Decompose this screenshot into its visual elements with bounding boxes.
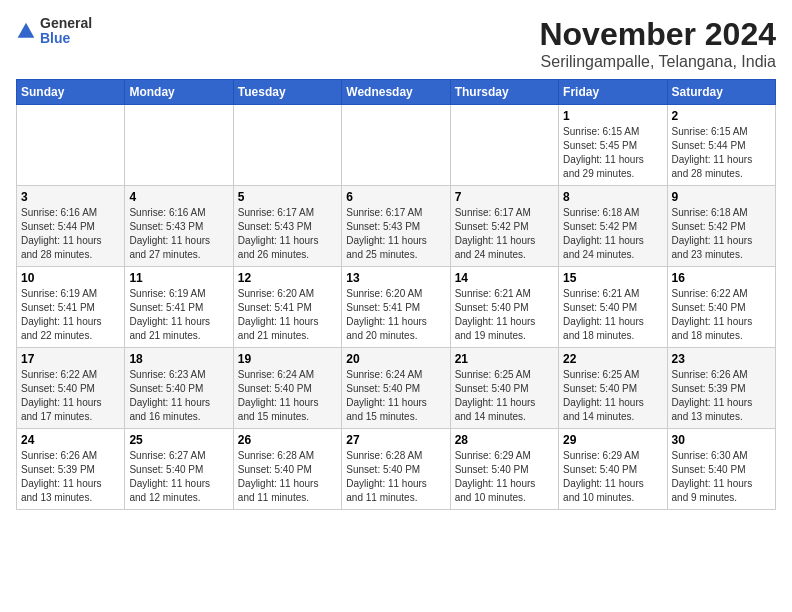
day-number: 25: [129, 433, 228, 447]
day-number: 9: [672, 190, 771, 204]
day-info: Sunrise: 6:25 AM Sunset: 5:40 PM Dayligh…: [563, 368, 662, 424]
calendar-cell: 4Sunrise: 6:16 AM Sunset: 5:43 PM Daylig…: [125, 186, 233, 267]
calendar-cell: [233, 105, 341, 186]
day-number: 19: [238, 352, 337, 366]
calendar-week-5: 24Sunrise: 6:26 AM Sunset: 5:39 PM Dayli…: [17, 429, 776, 510]
calendar-cell: 14Sunrise: 6:21 AM Sunset: 5:40 PM Dayli…: [450, 267, 558, 348]
day-info: Sunrise: 6:15 AM Sunset: 5:45 PM Dayligh…: [563, 125, 662, 181]
day-number: 7: [455, 190, 554, 204]
day-number: 27: [346, 433, 445, 447]
day-number: 14: [455, 271, 554, 285]
day-info: Sunrise: 6:24 AM Sunset: 5:40 PM Dayligh…: [238, 368, 337, 424]
calendar-cell: 2Sunrise: 6:15 AM Sunset: 5:44 PM Daylig…: [667, 105, 775, 186]
day-info: Sunrise: 6:16 AM Sunset: 5:43 PM Dayligh…: [129, 206, 228, 262]
calendar-cell: 25Sunrise: 6:27 AM Sunset: 5:40 PM Dayli…: [125, 429, 233, 510]
calendar-cell: 1Sunrise: 6:15 AM Sunset: 5:45 PM Daylig…: [559, 105, 667, 186]
day-info: Sunrise: 6:26 AM Sunset: 5:39 PM Dayligh…: [672, 368, 771, 424]
calendar-cell: 27Sunrise: 6:28 AM Sunset: 5:40 PM Dayli…: [342, 429, 450, 510]
day-number: 28: [455, 433, 554, 447]
calendar-cell: 30Sunrise: 6:30 AM Sunset: 5:40 PM Dayli…: [667, 429, 775, 510]
day-info: Sunrise: 6:20 AM Sunset: 5:41 PM Dayligh…: [238, 287, 337, 343]
day-info: Sunrise: 6:19 AM Sunset: 5:41 PM Dayligh…: [21, 287, 120, 343]
day-info: Sunrise: 6:20 AM Sunset: 5:41 PM Dayligh…: [346, 287, 445, 343]
calendar-cell: 7Sunrise: 6:17 AM Sunset: 5:42 PM Daylig…: [450, 186, 558, 267]
logo-blue: Blue: [40, 31, 92, 46]
column-header-thursday: Thursday: [450, 80, 558, 105]
day-info: Sunrise: 6:17 AM Sunset: 5:43 PM Dayligh…: [346, 206, 445, 262]
calendar-cell: 6Sunrise: 6:17 AM Sunset: 5:43 PM Daylig…: [342, 186, 450, 267]
day-info: Sunrise: 6:18 AM Sunset: 5:42 PM Dayligh…: [563, 206, 662, 262]
column-header-saturday: Saturday: [667, 80, 775, 105]
day-number: 4: [129, 190, 228, 204]
day-number: 6: [346, 190, 445, 204]
logo-text: General Blue: [40, 16, 92, 47]
day-info: Sunrise: 6:29 AM Sunset: 5:40 PM Dayligh…: [563, 449, 662, 505]
day-number: 8: [563, 190, 662, 204]
day-number: 26: [238, 433, 337, 447]
calendar-cell: 29Sunrise: 6:29 AM Sunset: 5:40 PM Dayli…: [559, 429, 667, 510]
calendar-cell: 17Sunrise: 6:22 AM Sunset: 5:40 PM Dayli…: [17, 348, 125, 429]
day-info: Sunrise: 6:22 AM Sunset: 5:40 PM Dayligh…: [21, 368, 120, 424]
logo: General Blue: [16, 16, 92, 47]
day-info: Sunrise: 6:18 AM Sunset: 5:42 PM Dayligh…: [672, 206, 771, 262]
calendar-cell: 11Sunrise: 6:19 AM Sunset: 5:41 PM Dayli…: [125, 267, 233, 348]
calendar-cell: [450, 105, 558, 186]
calendar-cell: 3Sunrise: 6:16 AM Sunset: 5:44 PM Daylig…: [17, 186, 125, 267]
column-header-wednesday: Wednesday: [342, 80, 450, 105]
day-info: Sunrise: 6:15 AM Sunset: 5:44 PM Dayligh…: [672, 125, 771, 181]
calendar-cell: [125, 105, 233, 186]
day-info: Sunrise: 6:21 AM Sunset: 5:40 PM Dayligh…: [563, 287, 662, 343]
logo-icon: [16, 21, 36, 41]
column-header-tuesday: Tuesday: [233, 80, 341, 105]
day-info: Sunrise: 6:28 AM Sunset: 5:40 PM Dayligh…: [238, 449, 337, 505]
day-number: 15: [563, 271, 662, 285]
day-number: 2: [672, 109, 771, 123]
day-number: 21: [455, 352, 554, 366]
calendar-cell: [17, 105, 125, 186]
calendar-cell: 26Sunrise: 6:28 AM Sunset: 5:40 PM Dayli…: [233, 429, 341, 510]
day-info: Sunrise: 6:29 AM Sunset: 5:40 PM Dayligh…: [455, 449, 554, 505]
day-info: Sunrise: 6:25 AM Sunset: 5:40 PM Dayligh…: [455, 368, 554, 424]
calendar-cell: 19Sunrise: 6:24 AM Sunset: 5:40 PM Dayli…: [233, 348, 341, 429]
day-info: Sunrise: 6:19 AM Sunset: 5:41 PM Dayligh…: [129, 287, 228, 343]
day-info: Sunrise: 6:30 AM Sunset: 5:40 PM Dayligh…: [672, 449, 771, 505]
calendar-header-row: SundayMondayTuesdayWednesdayThursdayFrid…: [17, 80, 776, 105]
day-number: 1: [563, 109, 662, 123]
day-info: Sunrise: 6:21 AM Sunset: 5:40 PM Dayligh…: [455, 287, 554, 343]
calendar-week-3: 10Sunrise: 6:19 AM Sunset: 5:41 PM Dayli…: [17, 267, 776, 348]
page-header: General Blue November 2024 Serilingampal…: [16, 16, 776, 71]
calendar-week-2: 3Sunrise: 6:16 AM Sunset: 5:44 PM Daylig…: [17, 186, 776, 267]
day-number: 20: [346, 352, 445, 366]
calendar-cell: 28Sunrise: 6:29 AM Sunset: 5:40 PM Dayli…: [450, 429, 558, 510]
svg-marker-0: [18, 23, 35, 38]
day-info: Sunrise: 6:17 AM Sunset: 5:43 PM Dayligh…: [238, 206, 337, 262]
day-number: 18: [129, 352, 228, 366]
calendar-cell: 16Sunrise: 6:22 AM Sunset: 5:40 PM Dayli…: [667, 267, 775, 348]
calendar-cell: 5Sunrise: 6:17 AM Sunset: 5:43 PM Daylig…: [233, 186, 341, 267]
column-header-monday: Monday: [125, 80, 233, 105]
day-number: 17: [21, 352, 120, 366]
day-number: 13: [346, 271, 445, 285]
day-number: 24: [21, 433, 120, 447]
day-info: Sunrise: 6:23 AM Sunset: 5:40 PM Dayligh…: [129, 368, 228, 424]
calendar-cell: 20Sunrise: 6:24 AM Sunset: 5:40 PM Dayli…: [342, 348, 450, 429]
title-block: November 2024 Serilingampalle, Telangana…: [539, 16, 776, 71]
calendar-cell: [342, 105, 450, 186]
page-subtitle: Serilingampalle, Telangana, India: [539, 53, 776, 71]
calendar-week-4: 17Sunrise: 6:22 AM Sunset: 5:40 PM Dayli…: [17, 348, 776, 429]
day-number: 30: [672, 433, 771, 447]
day-number: 29: [563, 433, 662, 447]
calendar-cell: 21Sunrise: 6:25 AM Sunset: 5:40 PM Dayli…: [450, 348, 558, 429]
day-info: Sunrise: 6:17 AM Sunset: 5:42 PM Dayligh…: [455, 206, 554, 262]
column-header-friday: Friday: [559, 80, 667, 105]
day-number: 10: [21, 271, 120, 285]
day-info: Sunrise: 6:26 AM Sunset: 5:39 PM Dayligh…: [21, 449, 120, 505]
day-info: Sunrise: 6:24 AM Sunset: 5:40 PM Dayligh…: [346, 368, 445, 424]
day-info: Sunrise: 6:16 AM Sunset: 5:44 PM Dayligh…: [21, 206, 120, 262]
day-number: 12: [238, 271, 337, 285]
day-number: 5: [238, 190, 337, 204]
calendar-cell: 23Sunrise: 6:26 AM Sunset: 5:39 PM Dayli…: [667, 348, 775, 429]
calendar-cell: 13Sunrise: 6:20 AM Sunset: 5:41 PM Dayli…: [342, 267, 450, 348]
day-number: 22: [563, 352, 662, 366]
calendar-cell: 24Sunrise: 6:26 AM Sunset: 5:39 PM Dayli…: [17, 429, 125, 510]
